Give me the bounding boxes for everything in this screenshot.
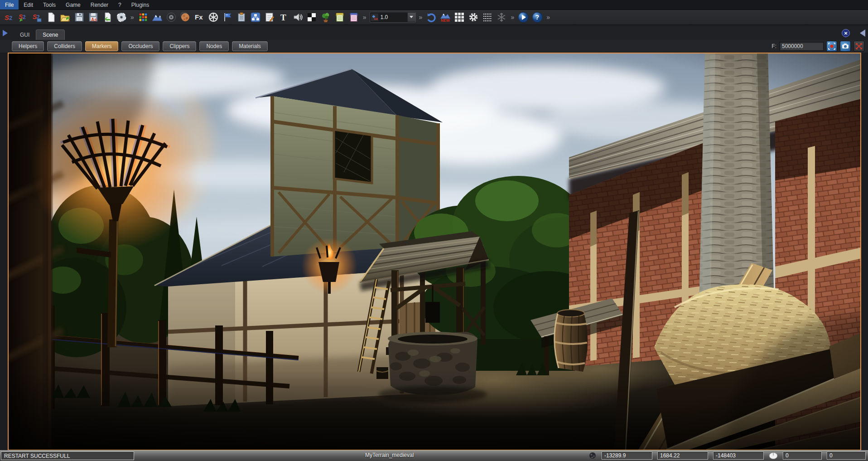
undo-icon[interactable]	[425, 11, 437, 23]
toolbar-overflow-icon[interactable]: »	[545, 14, 551, 21]
svg-text:2: 2	[9, 15, 12, 21]
svg-text:T: T	[280, 13, 286, 22]
tire-icon[interactable]	[165, 11, 177, 23]
cd-export-icon[interactable]	[116, 11, 127, 23]
editor-window: { "menu": { "items": [ {"label": "File"}…	[0, 0, 868, 461]
menu-bar: File Edit Tools Game Render ? Plugins	[0, 0, 868, 10]
snowflake-icon[interactable]	[496, 11, 507, 23]
save-icon[interactable]	[73, 11, 85, 23]
flag-icon[interactable]	[222, 11, 233, 23]
status-bar: RESTART SUCCESSFULL MyTerrain_medieval -…	[0, 450, 868, 461]
status-message: RESTART SUCCESSFULL	[1, 451, 134, 460]
audio-icon[interactable]	[292, 11, 304, 23]
scene-open-icon[interactable]: S2	[17, 11, 29, 23]
menu-file[interactable]: File	[0, 0, 19, 10]
bonsai-icon[interactable]	[320, 11, 332, 23]
svg-text:?: ?	[535, 14, 540, 21]
camera-gizmo-icon	[588, 452, 597, 459]
mode-markers-button[interactable]: Markers	[85, 41, 118, 51]
mode-toolbar: Helpers Colliders Markers Occluders Clip…	[0, 40, 868, 53]
rubik-cube-icon[interactable]	[137, 11, 149, 23]
camera-x-field: -13289.9	[602, 451, 652, 460]
toolbar-overflow-icon[interactable]: »	[418, 14, 424, 21]
camera-y-field: 1684.22	[657, 451, 708, 460]
clipboard-icon[interactable]	[236, 11, 247, 23]
mode-clippers-button[interactable]: Clippers	[163, 41, 196, 51]
menu-tools[interactable]: Tools	[38, 0, 61, 10]
mode-nodes-button[interactable]: Nodes	[199, 41, 229, 51]
scene-new-icon[interactable]: S2	[3, 11, 15, 23]
gear-icon[interactable]	[468, 11, 479, 23]
expand-arrow-icon[interactable]	[3, 30, 11, 36]
mouse-icon	[769, 452, 778, 459]
mouse-counter-1: 0	[783, 451, 822, 460]
main-toolbar: S2 S2 S2 As » Fx T » 1x 1.0 » NEW » ? »	[0, 10, 868, 24]
grid-icon[interactable]	[453, 11, 465, 23]
help-icon[interactable]: ?	[531, 11, 543, 23]
time-scale-select[interactable]: 1x 1.0	[370, 12, 416, 23]
guides-icon[interactable]	[482, 11, 493, 23]
play-icon[interactable]	[517, 11, 529, 23]
wheel-icon[interactable]	[207, 11, 219, 23]
save-as-icon[interactable]: As	[87, 11, 99, 23]
menu-help[interactable]: ?	[113, 0, 126, 10]
viewport-3d[interactable]	[8, 53, 861, 451]
text-icon[interactable]: T	[278, 11, 289, 23]
mode-materials-button[interactable]: Materials	[232, 41, 268, 51]
dropdown-arrow-icon[interactable]	[407, 13, 415, 22]
viewport-scene	[9, 53, 860, 450]
terrain-new-icon[interactable]: NEW	[439, 11, 451, 23]
tab-gui[interactable]: GUI	[14, 30, 36, 40]
menu-game[interactable]: Game	[61, 0, 86, 10]
notes-yellow-icon[interactable]	[334, 11, 346, 23]
far-clip-label: F:	[772, 43, 776, 49]
folder-open-icon[interactable]	[59, 11, 71, 23]
toolbar-overflow-icon[interactable]: »	[362, 14, 367, 21]
planet-icon[interactable]	[179, 11, 191, 23]
checklist-icon[interactable]	[264, 11, 275, 23]
mode-colliders-button[interactable]: Colliders	[47, 41, 82, 51]
tab-scene[interactable]: Scene	[36, 29, 65, 40]
tab-row: GUI Scene ✕	[0, 26, 868, 40]
svg-text:S: S	[5, 14, 9, 21]
checkerboard-icon[interactable]	[306, 11, 318, 23]
svg-text:1x: 1x	[374, 17, 378, 21]
mouse-counter-2: 0	[827, 451, 866, 460]
svg-text:As: As	[91, 17, 97, 22]
time-scale-icon: 1x	[371, 14, 378, 21]
mode-helpers-button[interactable]: Helpers	[12, 41, 44, 51]
terrain-icon[interactable]	[151, 11, 163, 23]
toolbar-overflow-icon[interactable]: »	[130, 14, 135, 21]
map-name: MyTerrain_medieval	[365, 452, 414, 458]
far-clip-input[interactable]: 5000000	[779, 42, 824, 51]
record-target-button[interactable]	[826, 41, 837, 52]
document-new-icon[interactable]	[45, 11, 57, 23]
svg-text:2: 2	[23, 14, 26, 20]
toolbar-overflow-icon[interactable]: »	[510, 14, 515, 21]
time-scale-value: 1.0	[379, 14, 407, 20]
hierarchy-icon[interactable]	[250, 11, 261, 23]
screenshot-button[interactable]	[840, 41, 851, 52]
collapse-arrow-icon[interactable]	[856, 29, 865, 37]
mode-occluders-button[interactable]: Occluders	[121, 41, 159, 51]
notes-purple-icon[interactable]	[348, 11, 360, 23]
svg-text:Fx: Fx	[195, 13, 203, 21]
fullscreen-button[interactable]	[854, 41, 864, 52]
import-document-icon[interactable]	[101, 11, 113, 23]
network-status-icon[interactable]: ✕	[842, 29, 850, 37]
menu-edit[interactable]: Edit	[19, 0, 38, 10]
menu-plugins[interactable]: Plugins	[126, 0, 154, 10]
fx-icon[interactable]: Fx	[193, 11, 205, 23]
camera-z-field: -148403	[713, 451, 764, 460]
scene-save-icon[interactable]: S2	[31, 11, 43, 23]
svg-text:NEW: NEW	[441, 18, 450, 23]
menu-render[interactable]: Render	[86, 0, 113, 10]
